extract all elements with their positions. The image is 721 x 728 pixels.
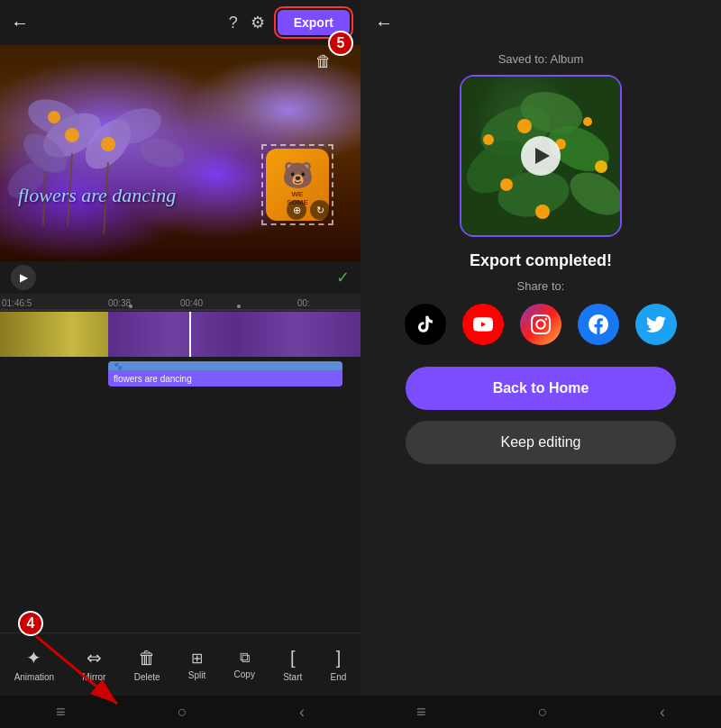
svg-point-28 (595, 160, 607, 173)
nav-home-icon-right[interactable]: ○ (538, 703, 548, 722)
youtube-icon (473, 314, 493, 334)
timeline-controls: ▶ ✓ (0, 261, 360, 294)
nav-back-icon-right[interactable]: ‹ (660, 703, 665, 722)
svg-point-29 (483, 134, 494, 145)
twitter-share-button[interactable] (635, 304, 677, 345)
play-button-thumbnail[interactable] (521, 136, 561, 176)
video-strip (0, 312, 360, 357)
right-back-button[interactable]: ← (375, 13, 393, 33)
bottom-nav-right: ≡ ○ ‹ (360, 696, 721, 728)
step4-badge: 4 (18, 611, 43, 636)
end-icon: ] (336, 648, 342, 669)
video-track[interactable] (0, 312, 360, 357)
toolbar-item-split[interactable]: ⊞ Split (188, 650, 205, 680)
timeline-area: ▶ ✓ 01:46:5 00:38 00:40 00: (0, 261, 360, 632)
trash-icon[interactable]: 🗑 (315, 52, 332, 71)
sticker-rotate-icon[interactable]: ↻ (310, 200, 330, 220)
instagram-icon (531, 314, 551, 334)
svg-point-5 (137, 134, 187, 172)
nav-home-icon-left[interactable]: ○ (178, 703, 187, 722)
sticker-resize-icon[interactable]: ⊕ (287, 200, 306, 220)
start-label: Start (283, 672, 302, 682)
subtitle-track[interactable]: 🐾 flowers are dancing (0, 359, 360, 390)
share-to-label: Share to: (517, 279, 565, 293)
saved-label: Saved to: Album (360, 52, 721, 66)
facebook-icon (589, 314, 608, 334)
video-thumbnail[interactable] (460, 75, 622, 237)
tiktok-icon (415, 314, 435, 334)
confirm-checkmark[interactable]: ✓ (336, 268, 350, 287)
sticker-face: 🐻 (282, 163, 314, 188)
help-button[interactable]: ? (229, 14, 238, 32)
facebook-share-button[interactable] (578, 304, 619, 345)
end-label: End (331, 672, 347, 682)
right-header: ← (360, 0, 721, 45)
strip-purple (108, 312, 360, 357)
svg-point-15 (237, 305, 241, 308)
step5-badge: 5 (328, 31, 353, 56)
back-home-button[interactable]: Back to Home (406, 367, 676, 410)
back-button[interactable]: ← (11, 13, 29, 33)
step4-arrow (27, 636, 135, 717)
video-text-overlay: flowers are dancing (18, 184, 176, 207)
playhead (189, 312, 191, 357)
subtitle-top: 🐾 (108, 361, 342, 370)
nav-menu-icon-right[interactable]: ≡ (416, 703, 426, 722)
delete-label: Delete (134, 672, 160, 682)
subtitle-paw-icon: 🐾 (114, 362, 123, 370)
svg-point-23 (562, 164, 622, 224)
settings-button[interactable]: ⚙ (251, 13, 265, 32)
export-completed-text: Export completed! (470, 251, 612, 270)
copy-icon: ⧉ (240, 650, 250, 666)
start-icon: [ (290, 648, 296, 669)
play-triangle-icon (535, 148, 550, 164)
video-preview: 🗑 🐻 WESOME ⊕ ↻ flowers are dancing (0, 45, 360, 261)
svg-point-24 (517, 119, 532, 133)
left-panel: ← ? ⚙ Export 5 (0, 0, 360, 728)
sticker-resize-icons: ⊕ ↻ (287, 200, 330, 220)
svg-point-26 (500, 178, 513, 191)
delete-icon: 🗑 (138, 648, 156, 669)
split-label: Split (188, 670, 205, 680)
svg-line-17 (36, 636, 117, 704)
left-header: ← ? ⚙ Export (0, 0, 360, 45)
svg-point-11 (48, 111, 60, 123)
instagram-share-button[interactable] (520, 304, 561, 345)
subtitle-bar[interactable]: 🐾 flowers are dancing (108, 361, 342, 387)
svg-point-14 (129, 305, 132, 308)
svg-point-30 (535, 205, 550, 219)
subtitle-text: flowers are dancing (114, 374, 192, 384)
share-icons (405, 304, 677, 345)
ruler-ticks (0, 294, 360, 312)
copy-label: Copy (234, 669, 255, 679)
svg-point-12 (101, 137, 115, 151)
toolbar-item-end[interactable]: ] End (331, 648, 347, 682)
play-button[interactable]: ▶ (11, 265, 36, 290)
toolbar-item-copy[interactable]: ⧉ Copy (234, 650, 255, 679)
header-right: ? ⚙ Export (229, 10, 350, 35)
strip-yellow (0, 312, 108, 357)
step4-container: 4 (18, 611, 43, 636)
toolbar-item-start[interactable]: [ Start (283, 648, 302, 682)
tiktok-share-button[interactable] (405, 304, 446, 345)
sticker-container[interactable]: 🐻 WESOME ⊕ ↻ (261, 144, 333, 225)
youtube-share-button[interactable] (462, 304, 504, 345)
subtitle-text-bg: flowers are dancing (108, 370, 342, 387)
svg-point-27 (583, 117, 592, 126)
keep-editing-button[interactable]: Keep editing (406, 421, 676, 464)
right-panel: ← Saved to: Album Export completed! (360, 0, 721, 728)
timeline-ruler: 01:46:5 00:38 00:40 00: (0, 294, 360, 312)
nav-back-icon-left[interactable]: ‹ (299, 703, 305, 722)
svg-point-10 (65, 128, 79, 142)
toolbar-item-delete[interactable]: 🗑 Delete (134, 648, 160, 682)
split-icon: ⊞ (191, 650, 203, 667)
twitter-icon (646, 314, 666, 334)
